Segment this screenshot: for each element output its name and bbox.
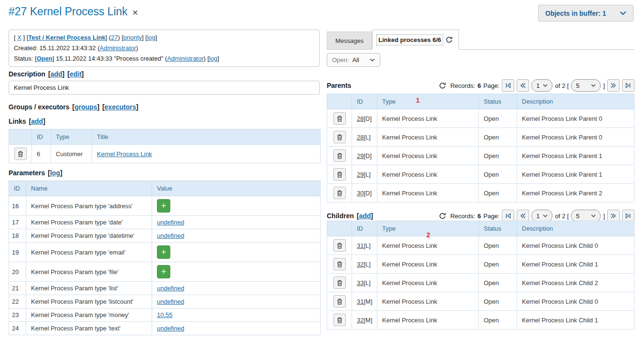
table-header-row: ID Name Value — [9, 181, 321, 196]
description-column-header: Description — [517, 221, 634, 236]
parent-process-row: 29[D] Kernel Process Link Open Kernel Pr… — [327, 147, 634, 165]
delete-link-button[interactable] — [14, 148, 27, 160]
parameter-row: 18 Kernel Process Param type 'datetime' … — [9, 229, 321, 243]
parameter-value-link[interactable]: undefined — [157, 219, 184, 226]
tab-messages[interactable]: Messages — [327, 32, 372, 49]
child-id-link[interactable]: 33 — [357, 279, 364, 287]
process-id-link[interactable]: 27 — [111, 34, 118, 41]
parent-id-link[interactable]: 28 — [357, 134, 364, 141]
links-add-link[interactable]: add — [31, 117, 43, 125]
parameter-value-link[interactable]: undefined — [157, 325, 184, 332]
delete-parent-button[interactable] — [333, 112, 346, 125]
parent-status-cell: Open — [479, 109, 517, 128]
parent-id-link[interactable]: 29 — [357, 152, 364, 159]
link-kind-suffix: [M] — [364, 298, 372, 305]
next-page-button[interactable] — [607, 79, 620, 92]
link-id-cell: 6 — [32, 145, 51, 163]
parent-id-link[interactable]: 28 — [357, 115, 364, 122]
child-status-cell: Open — [479, 274, 517, 292]
children-add-link[interactable]: add — [359, 212, 371, 220]
process-path-link[interactable]: Test / Kernel Process Link — [28, 34, 105, 41]
info-line-links: [ X ] [Test / Kernel Process Link] (27) … — [14, 32, 314, 43]
tab-linked-processes[interactable]: Linked processes 6/6 — [372, 30, 459, 50]
process-panel: [ X ] [Test / Kernel Process Link] (27) … — [9, 0, 321, 340]
delete-child-button[interactable] — [333, 314, 346, 326]
parameter-value-link[interactable]: undefined — [157, 232, 184, 239]
first-page-icon — [505, 83, 511, 88]
executors-link[interactable]: executors — [104, 103, 136, 111]
link-title-link[interactable]: Kernel Process Link — [97, 150, 152, 158]
prev-page-button[interactable] — [517, 79, 529, 92]
parent-process-row: 28[L] Kernel Process Link Open Kernel Pr… — [327, 128, 634, 147]
delete-child-button[interactable] — [333, 239, 346, 252]
created-by-link[interactable]: Administrator — [100, 44, 136, 52]
description-edit-link[interactable]: edit — [70, 70, 82, 78]
parameter-value-link[interactable]: undefined — [157, 298, 184, 305]
add-param-value-button[interactable]: + — [157, 265, 170, 278]
child-id-link[interactable]: 32 — [357, 261, 364, 268]
parent-id-link[interactable]: 30 — [357, 190, 364, 197]
trash-icon — [337, 116, 343, 122]
add-param-value-button[interactable]: + — [157, 199, 170, 212]
priority-link[interactable]: priority — [124, 34, 142, 41]
groups-link[interactable]: groups — [74, 103, 97, 111]
add-param-value-button[interactable]: + — [157, 245, 170, 259]
status-log-link[interactable]: log — [209, 55, 217, 62]
id-column-header: ID — [9, 181, 26, 196]
delete-parent-button[interactable] — [333, 168, 346, 181]
last-page-icon — [625, 83, 631, 88]
child-status-cell: Open — [479, 255, 517, 274]
open-filter-select[interactable]: Open: All — [327, 53, 380, 67]
status-column-header: Status — [479, 221, 517, 236]
parameter-value-link[interactable]: undefined — [157, 285, 184, 292]
parameter-value-cell: + — [152, 243, 321, 262]
prev-page-icon — [520, 83, 526, 88]
last-page-button[interactable] — [622, 79, 634, 92]
parameter-value-cell: undefined — [152, 295, 321, 308]
first-page-icon — [505, 213, 511, 219]
actions-column-header — [9, 129, 32, 145]
link-type-cell: Customer — [51, 145, 92, 163]
delete-child-button[interactable] — [333, 276, 346, 289]
status-open-link[interactable]: Open — [37, 55, 52, 62]
status-by-link[interactable]: Administrator — [167, 55, 204, 62]
delete-parent-button[interactable] — [333, 149, 346, 162]
page-size-select[interactable]: 5 — [571, 79, 601, 92]
parent-id-link[interactable]: 29 — [357, 171, 364, 178]
child-id-link[interactable]: 31 — [357, 298, 364, 305]
parameter-id-cell: 22 — [9, 295, 26, 308]
parameter-id-cell: 16 — [9, 196, 26, 216]
link-kind-suffix: [L] — [364, 279, 370, 287]
refresh-icon[interactable] — [439, 82, 446, 89]
delete-child-button[interactable] — [333, 295, 346, 308]
page-number-select[interactable]: 1 — [531, 79, 552, 92]
delete-parent-button[interactable] — [333, 131, 346, 143]
parent-description-cell: Kernel Process Link Parent 0 — [517, 128, 634, 147]
parameter-name-cell: Kernel Process Param type 'money' — [26, 308, 152, 322]
table-header-row: ID Type Status Description — [327, 221, 634, 236]
delete-parent-button[interactable] — [333, 187, 346, 199]
first-page-button[interactable] — [502, 79, 514, 92]
chevron-down-icon — [370, 58, 375, 62]
parameter-value-link[interactable]: 10.55 — [157, 311, 173, 319]
log-link[interactable]: log — [147, 34, 155, 41]
prev-page-icon — [520, 213, 526, 219]
child-id-link[interactable]: 31 — [357, 242, 364, 249]
delete-child-button[interactable] — [333, 258, 346, 270]
child-process-row: 32[M] Kernel Process Link Open Kernel Pr… — [327, 311, 634, 329]
refresh-icon[interactable] — [439, 212, 446, 220]
next-page-icon — [611, 213, 617, 219]
parameters-table: ID Name Value 16 Kernel Process Param ty… — [9, 181, 321, 335]
parameters-log-link[interactable]: log — [50, 169, 60, 177]
description-input[interactable] — [9, 81, 320, 95]
child-id-link[interactable]: 32 — [357, 317, 364, 324]
refresh-icon[interactable] — [446, 36, 453, 43]
parents-heading: Parents — [327, 82, 351, 89]
parameter-value-cell: + — [152, 196, 321, 216]
chevron-down-icon — [543, 84, 548, 87]
trash-icon — [337, 298, 343, 305]
remove-link[interactable]: X — [17, 34, 21, 41]
description-column-header: Description — [517, 94, 634, 109]
description-add-link[interactable]: add — [51, 70, 62, 78]
groups-executors-heading: Groups / executors[groups][executors] — [9, 103, 138, 111]
